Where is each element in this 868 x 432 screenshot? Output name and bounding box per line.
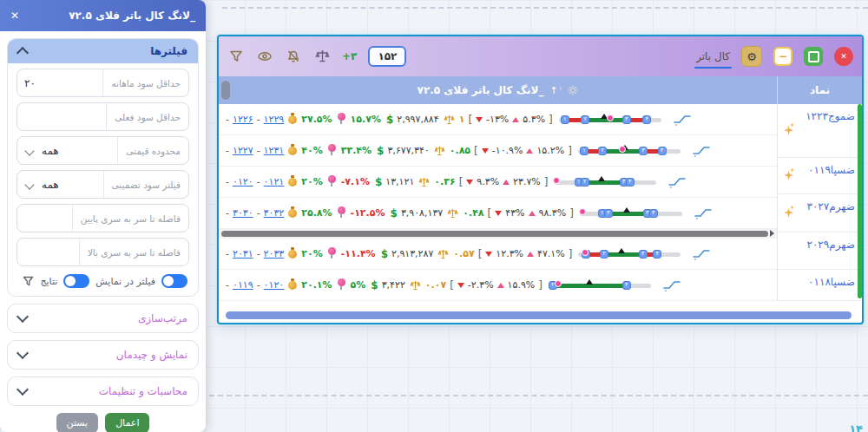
filter-select[interactable]: همه — [17, 171, 104, 198]
monthly-profit-pct: ۲۰.۱% — [301, 279, 332, 291]
collapsed-section[interactable]: نمایش و چیدمان — [7, 340, 199, 370]
collapsed-section[interactable]: محاسبات و تنظیمات — [7, 376, 199, 406]
close-icon[interactable]: ✕ — [10, 10, 19, 22]
break-even-low-link[interactable]: ۰۱۱۹ — [233, 279, 253, 291]
results-count-box[interactable]: ۱۵۲ — [368, 46, 406, 67]
gear-icon[interactable]: ⚙ — [741, 46, 762, 67]
open-bracket: [ — [468, 114, 472, 126]
break-even-high-link[interactable]: ۰۱۲۱ — [264, 176, 285, 187]
filter-input[interactable] — [17, 103, 107, 130]
scroll-right-arrow-icon[interactable] — [770, 230, 774, 237]
bell-muted-icon[interactable] — [285, 48, 302, 65]
break-even-high-link[interactable]: ۲۰۳۳ — [264, 248, 285, 259]
dollar-sign: $ — [371, 279, 378, 291]
filter-panel-header: _لانگ کال باتر فلای ۷۲.۵ ✕ — [0, 0, 206, 31]
strategy-row[interactable]: -۱۲۲۶-۱۲۲۹۲۷.۵%۱۵.۷%$۲,۹۹۷,۸۸۴۱[-۱۳%۵.۳%… — [219, 104, 777, 135]
strike-marker: ۴ — [626, 178, 635, 187]
filter-field: فاصله تا سر به سری بالا — [16, 238, 189, 266]
filter-input[interactable] — [17, 205, 73, 232]
strategy-row[interactable]: -۳۰۳۰-۳۰۳۲۲۵.۸%-۱۲.۵%$۳,۹۰۸,۱۳۷۰.۴۸[۴۳%۹… — [219, 198, 777, 229]
filter-icon[interactable] — [227, 48, 245, 65]
chevron-up-icon[interactable] — [16, 46, 29, 58]
strategy-title: _لانگ کال باتر فلای ۷۲.۵ — [418, 84, 544, 96]
price-dot-icon — [619, 146, 626, 153]
max-profit-pct: ۵.۳% — [523, 114, 545, 125]
symbol-cell[interactable]: ضسپا۰۱۱۸ — [778, 270, 862, 301]
scrollbar-thumb[interactable] — [221, 231, 768, 237]
strategy-row[interactable]: -۱۲۲۷-۱۲۳۱۴۰%۳۳.۴%$۳,۶۷۷,۳۴۰۰.۸۵[-۱۰.۹%۱… — [219, 135, 777, 167]
panel-sections: مرتب‌سازینمایش و چیدمانمحاسبات و تنظیمات — [7, 304, 199, 406]
up-arrow-icon — [526, 148, 533, 154]
drag-handle[interactable] — [221, 81, 230, 100]
ratio-value: ۰.۵۷ — [453, 248, 474, 259]
panel-title: _لانگ کال باتر فلای ۷۲.۵ — [69, 10, 195, 22]
more-filters-badge[interactable]: +۳ — [342, 50, 357, 62]
tab-call-butterfly[interactable]: کال باتر — [696, 50, 730, 62]
payoff-chart-icon[interactable] — [668, 176, 686, 188]
payoff-chart-icon[interactable] — [693, 145, 710, 157]
filter-input[interactable] — [17, 239, 80, 265]
close-window-button[interactable]: ✕ — [834, 47, 853, 66]
apply-button[interactable]: اعمال — [105, 413, 149, 432]
max-loss-pct: ۴۳% — [505, 207, 524, 219]
ratio-value: ۰.۳۶ — [434, 176, 455, 187]
price-triangle-icon — [598, 176, 605, 181]
payoff-chart-icon[interactable] — [694, 207, 712, 219]
break-even-low-link[interactable]: ۱۲۲۷ — [233, 145, 253, 156]
close-bracket: ] — [568, 145, 572, 157]
payoff-chart-icon[interactable] — [693, 248, 710, 260]
symbol-cell[interactable]: ضسپا۰۱۱۹ — [778, 158, 862, 194]
symbol-cell[interactable]: ضهرم۲۰۲۹ — [778, 232, 862, 270]
window-toolbar: +۳ ۱۵۲ کال باتر ⚙ − ✕ — [219, 36, 862, 76]
inner-horizontal-scrollbar[interactable] — [219, 229, 777, 239]
payoff-chart-icon[interactable] — [663, 279, 681, 291]
minimize-button[interactable]: − — [773, 47, 792, 66]
break-even-high-link[interactable]: ۱۲۳۱ — [264, 145, 285, 156]
break-even-high-link[interactable]: ۱۲۲۹ — [264, 114, 285, 125]
symbol-cell[interactable]: ضهرم۳۰۲۷ — [778, 194, 862, 232]
break-even-low-link[interactable]: ۰۱۲۰ — [233, 176, 253, 187]
payoff-chart-icon[interactable] — [674, 114, 691, 126]
sort-icon[interactable]: ↑۱ — [549, 86, 562, 95]
section-label: محاسبات و تنظیمات — [99, 385, 187, 397]
symbol-cell[interactable]: ضموج۱۲۲۳ — [778, 104, 862, 158]
down-arrow-icon — [476, 117, 483, 122]
vertical-scrollbar[interactable] — [858, 104, 862, 298]
current-profit-pct: ۳۳.۴% — [341, 145, 372, 156]
break-even-high-link[interactable]: ۳۰۳۲ — [264, 207, 285, 219]
close-button[interactable]: بستن — [56, 413, 99, 432]
break-even-low-link[interactable]: ۲۰۳۱ — [233, 248, 253, 259]
strike-marker: ۴ — [642, 115, 651, 124]
toggle-switch[interactable] — [161, 274, 187, 288]
balance-scale-icon[interactable] — [313, 48, 331, 65]
money-bag-icon — [288, 178, 297, 187]
filters-title: فیلترها — [150, 45, 187, 57]
break-even-low-link[interactable]: ۳۰۳۰ — [233, 207, 253, 219]
filter-fields: ۲۰حداقل سود ماهانهحداقل سود فعلیهمهمحدود… — [8, 69, 198, 266]
balance-scale-icon — [418, 177, 430, 187]
filter-field-label: فیلتر سود تضمینی — [104, 171, 188, 198]
money-bag-icon — [288, 250, 297, 259]
strategy-row[interactable]: -۰۱۲۰-۰۱۲۱۲۰%-۷.۱%$۱۳,۱۲۱۰.۳۶[۹.۳%۲۳.۷%]… — [219, 167, 777, 198]
collapsed-section[interactable]: مرتب‌سازی — [7, 304, 199, 333]
max-profit-pct: ۴۷.۱% — [537, 248, 565, 259]
break-even-high-link[interactable]: ۰۱۲۰ — [264, 279, 285, 291]
filter-field: ۲۰حداقل سود ماهانه — [16, 69, 189, 97]
break-even-low-link[interactable]: ۱۲۲۶ — [233, 114, 253, 125]
panel-footer: اعمال بستن — [7, 413, 199, 432]
horizontal-scrollbar[interactable] — [226, 311, 852, 319]
strike-marker: ۲ — [581, 115, 589, 124]
current-profit-pct: -۷.۱% — [341, 176, 370, 187]
strategy-row[interactable]: -۲۰۳۱-۲۰۳۳۲۰%-۱۱.۴%$۲,۹۱۳,۲۸۷۰.۵۷[۱۲.۳%۴… — [219, 239, 777, 270]
eye-icon[interactable] — [256, 48, 273, 65]
open-bracket: [ — [474, 145, 478, 157]
filter-input[interactable]: ۲۰ — [17, 69, 103, 96]
strategy-row[interactable]: -۰۱۱۹-۰۱۲۰۲۰.۱%۵%$۳,۴۲۲۰.۰۷[-۲.۳%۱۵.۹%]۲… — [219, 270, 777, 301]
chevron-down-icon — [16, 347, 29, 359]
filter-select[interactable]: همه — [17, 137, 118, 164]
chevron-down-icon — [24, 146, 34, 155]
toggle-switch[interactable] — [63, 274, 89, 288]
monthly-profit-pct: ۲۵.۸% — [301, 207, 332, 219]
restore-button[interactable] — [804, 47, 823, 66]
filters-section-header[interactable]: فیلترها — [8, 39, 198, 63]
